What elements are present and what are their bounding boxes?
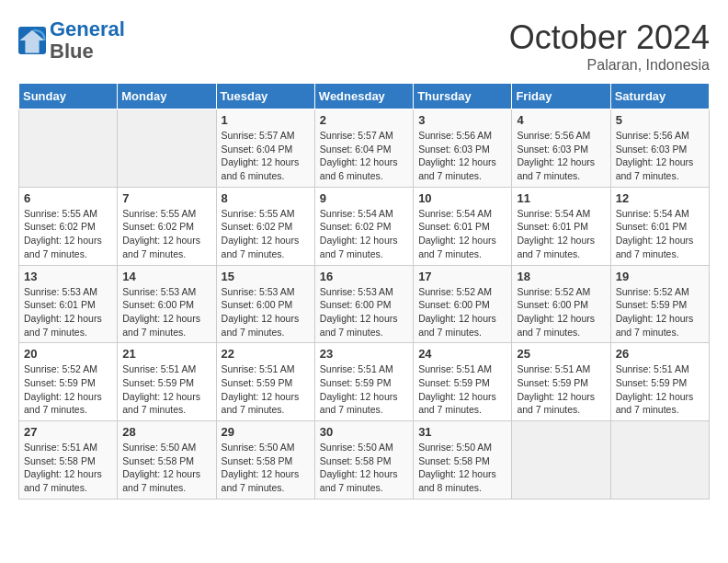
- day-info: Sunrise: 5:50 AM Sunset: 5:58 PM Dayligh…: [320, 441, 408, 495]
- calendar-cell: 2Sunrise: 5:57 AM Sunset: 6:04 PM Daylig…: [314, 109, 413, 188]
- logo: General Blue: [18, 18, 125, 63]
- calendar-cell: 5Sunrise: 5:56 AM Sunset: 6:03 PM Daylig…: [610, 109, 709, 188]
- day-number: 3: [418, 113, 506, 127]
- day-info: Sunrise: 5:56 AM Sunset: 6:03 PM Dayligh…: [418, 129, 506, 183]
- day-info: Sunrise: 5:50 AM Sunset: 5:58 PM Dayligh…: [418, 441, 506, 495]
- day-info: Sunrise: 5:54 AM Sunset: 6:01 PM Dayligh…: [616, 207, 704, 261]
- day-info: Sunrise: 5:54 AM Sunset: 6:01 PM Dayligh…: [418, 207, 506, 261]
- day-number: 23: [320, 347, 408, 361]
- day-number: 17: [418, 270, 506, 283]
- day-info: Sunrise: 5:53 AM Sunset: 6:00 PM Dayligh…: [122, 285, 210, 339]
- logo-icon: [18, 27, 46, 54]
- day-number: 5: [616, 113, 704, 127]
- page-header: General Blue October 2024 Palaran, Indon…: [18, 18, 710, 74]
- day-info: Sunrise: 5:51 AM Sunset: 5:59 PM Dayligh…: [320, 362, 408, 417]
- calendar-week-5: 27Sunrise: 5:51 AM Sunset: 5:58 PM Dayli…: [19, 421, 710, 500]
- calendar-cell: 13Sunrise: 5:53 AM Sunset: 6:01 PM Dayli…: [19, 265, 118, 343]
- calendar-cell: [118, 109, 216, 188]
- day-number: 24: [418, 347, 506, 361]
- day-number: 8: [222, 191, 310, 205]
- day-number: 16: [320, 270, 408, 283]
- day-number: 22: [222, 347, 310, 361]
- day-number: 28: [122, 425, 210, 439]
- calendar-week-1: 1Sunrise: 5:57 AM Sunset: 6:04 PM Daylig…: [19, 109, 710, 188]
- day-number: 12: [616, 191, 704, 205]
- day-number: 20: [24, 347, 112, 361]
- calendar-cell: [512, 421, 610, 500]
- calendar-cell: 12Sunrise: 5:54 AM Sunset: 6:01 PM Dayli…: [610, 187, 709, 265]
- calendar-cell: 24Sunrise: 5:51 AM Sunset: 5:59 PM Dayli…: [414, 343, 512, 421]
- day-info: Sunrise: 5:54 AM Sunset: 6:02 PM Dayligh…: [320, 207, 408, 261]
- day-number: 9: [320, 191, 408, 205]
- day-number: 14: [122, 270, 210, 283]
- calendar-cell: 27Sunrise: 5:51 AM Sunset: 5:58 PM Dayli…: [19, 421, 118, 500]
- day-info: Sunrise: 5:51 AM Sunset: 5:59 PM Dayligh…: [517, 362, 605, 417]
- day-info: Sunrise: 5:51 AM Sunset: 5:59 PM Dayligh…: [122, 362, 210, 417]
- calendar-table: SundayMondayTuesdayWednesdayThursdayFrid…: [18, 83, 710, 500]
- day-number: 25: [517, 347, 605, 361]
- day-info: Sunrise: 5:51 AM Sunset: 5:59 PM Dayligh…: [222, 362, 310, 417]
- location-title: Palaran, Indonesia: [509, 57, 710, 74]
- day-info: Sunrise: 5:55 AM Sunset: 6:02 PM Dayligh…: [222, 207, 310, 261]
- day-info: Sunrise: 5:51 AM Sunset: 5:59 PM Dayligh…: [616, 362, 704, 417]
- day-info: Sunrise: 5:51 AM Sunset: 5:58 PM Dayligh…: [24, 441, 112, 495]
- calendar-cell: 25Sunrise: 5:51 AM Sunset: 5:59 PM Dayli…: [512, 343, 610, 421]
- day-number: 27: [24, 425, 112, 439]
- day-number: 10: [418, 191, 506, 205]
- day-number: 13: [24, 270, 112, 283]
- day-info: Sunrise: 5:55 AM Sunset: 6:02 PM Dayligh…: [24, 207, 112, 261]
- col-header-saturday: Saturday: [610, 84, 709, 109]
- day-info: Sunrise: 5:55 AM Sunset: 6:02 PM Dayligh…: [122, 207, 210, 261]
- day-number: 6: [24, 191, 112, 205]
- col-header-thursday: Thursday: [414, 84, 512, 109]
- day-number: 11: [517, 191, 605, 205]
- calendar-week-2: 6Sunrise: 5:55 AM Sunset: 6:02 PM Daylig…: [19, 187, 710, 265]
- calendar-cell: 15Sunrise: 5:53 AM Sunset: 6:00 PM Dayli…: [216, 265, 314, 343]
- calendar-cell: 17Sunrise: 5:52 AM Sunset: 6:00 PM Dayli…: [414, 265, 512, 343]
- col-header-sunday: Sunday: [19, 84, 118, 109]
- calendar-cell: 30Sunrise: 5:50 AM Sunset: 5:58 PM Dayli…: [314, 421, 413, 500]
- day-info: Sunrise: 5:53 AM Sunset: 6:00 PM Dayligh…: [222, 285, 310, 339]
- calendar-cell: 14Sunrise: 5:53 AM Sunset: 6:00 PM Dayli…: [118, 265, 216, 343]
- day-number: 29: [222, 425, 310, 439]
- calendar-cell: 29Sunrise: 5:50 AM Sunset: 5:58 PM Dayli…: [216, 421, 314, 500]
- calendar-cell: 9Sunrise: 5:54 AM Sunset: 6:02 PM Daylig…: [314, 187, 413, 265]
- day-number: 26: [616, 347, 704, 361]
- day-number: 18: [517, 270, 605, 283]
- calendar-cell: 10Sunrise: 5:54 AM Sunset: 6:01 PM Dayli…: [414, 187, 512, 265]
- calendar-cell: [19, 109, 118, 188]
- calendar-cell: 31Sunrise: 5:50 AM Sunset: 5:58 PM Dayli…: [414, 421, 512, 500]
- calendar-cell: 7Sunrise: 5:55 AM Sunset: 6:02 PM Daylig…: [118, 187, 216, 265]
- col-header-tuesday: Tuesday: [216, 84, 314, 109]
- day-info: Sunrise: 5:57 AM Sunset: 6:04 PM Dayligh…: [222, 129, 310, 183]
- day-number: 30: [320, 425, 408, 439]
- day-info: Sunrise: 5:56 AM Sunset: 6:03 PM Dayligh…: [517, 129, 605, 183]
- day-info: Sunrise: 5:53 AM Sunset: 6:01 PM Dayligh…: [24, 285, 112, 339]
- day-info: Sunrise: 5:53 AM Sunset: 6:00 PM Dayligh…: [320, 285, 408, 339]
- day-info: Sunrise: 5:57 AM Sunset: 6:04 PM Dayligh…: [320, 129, 408, 183]
- title-block: October 2024 Palaran, Indonesia: [509, 18, 710, 74]
- day-info: Sunrise: 5:54 AM Sunset: 6:01 PM Dayligh…: [517, 207, 605, 261]
- day-number: 15: [222, 270, 310, 283]
- day-info: Sunrise: 5:50 AM Sunset: 5:58 PM Dayligh…: [122, 441, 210, 495]
- calendar-cell: 4Sunrise: 5:56 AM Sunset: 6:03 PM Daylig…: [512, 109, 610, 188]
- day-number: 4: [517, 113, 605, 127]
- header-row: SundayMondayTuesdayWednesdayThursdayFrid…: [19, 84, 710, 109]
- col-header-monday: Monday: [118, 84, 216, 109]
- calendar-cell: 3Sunrise: 5:56 AM Sunset: 6:03 PM Daylig…: [414, 109, 512, 188]
- day-info: Sunrise: 5:51 AM Sunset: 5:59 PM Dayligh…: [418, 362, 506, 417]
- calendar-cell: 22Sunrise: 5:51 AM Sunset: 5:59 PM Dayli…: [216, 343, 314, 421]
- col-header-friday: Friday: [512, 84, 610, 109]
- calendar-cell: [610, 421, 709, 500]
- calendar-cell: 28Sunrise: 5:50 AM Sunset: 5:58 PM Dayli…: [118, 421, 216, 500]
- day-info: Sunrise: 5:52 AM Sunset: 6:00 PM Dayligh…: [517, 285, 605, 339]
- day-info: Sunrise: 5:52 AM Sunset: 5:59 PM Dayligh…: [24, 362, 112, 417]
- day-info: Sunrise: 5:50 AM Sunset: 5:58 PM Dayligh…: [222, 441, 310, 495]
- day-number: 19: [616, 270, 704, 283]
- day-info: Sunrise: 5:56 AM Sunset: 6:03 PM Dayligh…: [616, 129, 704, 183]
- day-info: Sunrise: 5:52 AM Sunset: 6:00 PM Dayligh…: [418, 285, 506, 339]
- logo-text: General Blue: [50, 18, 125, 63]
- day-info: Sunrise: 5:52 AM Sunset: 5:59 PM Dayligh…: [616, 285, 704, 339]
- day-number: 31: [418, 425, 506, 439]
- day-number: 2: [320, 113, 408, 127]
